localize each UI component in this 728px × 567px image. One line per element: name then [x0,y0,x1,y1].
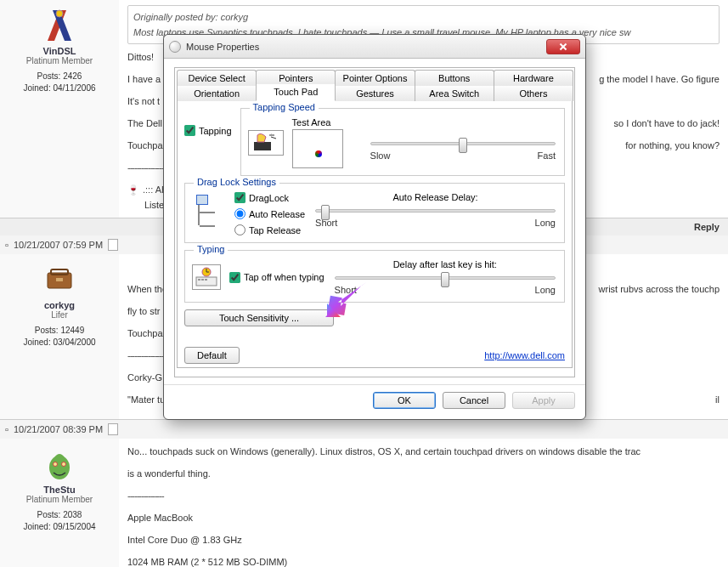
post-text: is a wonderful thing. [127,466,720,481]
slider-label-long: Long [535,285,556,295]
tab-orientation[interactable]: Orientation [177,86,257,101]
tap-off-typing-checkbox-input[interactable] [229,272,240,283]
wine-icon: 🍷 [127,182,139,197]
post-count: Posts: 2038 [4,509,115,521]
svg-rect-9 [198,279,200,281]
slider-label-fast: Fast [538,150,556,161]
group-label: Drag Lock Settings [194,177,279,187]
cancel-button[interactable]: Cancel [443,392,505,409]
typing-delay-label: Delay after last key is hit: [333,259,557,269]
auto-release-delay-slider[interactable] [315,209,556,213]
collapse-icon[interactable]: ▫ [5,424,8,434]
test-area[interactable] [292,129,343,168]
user-title: Lifer [4,310,115,320]
tapping-speed-slider[interactable] [370,142,556,145]
post-text: When the [127,284,167,294]
mouse-properties-dialog: Mouse Properties Device Select Pointers … [163,34,586,420]
default-button[interactable]: Default [184,347,240,364]
reply-link[interactable]: Reply [694,222,720,232]
touch-sensitivity-button[interactable]: Touch Sensitivity ... [184,309,334,326]
auto-release-delay-label: Auto Release Delay: [313,192,557,202]
post-text: wrist rubvs across the touchp [599,281,720,297]
signature-text: "Mater tu [127,394,165,405]
post-text: I have a [127,74,161,84]
join-date: Joined: 03/04/2000 [4,337,115,349]
titlebar[interactable]: Mouse Properties [164,35,585,59]
tab-buttons[interactable]: Buttons [415,70,494,86]
close-button[interactable] [546,39,580,54]
tap-release-radio[interactable]: Tap Release [234,224,305,235]
auto-release-radio[interactable]: Auto Release [234,208,305,219]
group-label: Typing [194,244,228,254]
draglock-checkbox[interactable]: DragLock [234,192,305,203]
username[interactable]: VinDSL [4,46,115,56]
tapping-icon [248,130,284,156]
svg-rect-7 [254,142,271,150]
post-count: Posts: 2426 [4,71,115,82]
draglock-icon [192,192,223,230]
post-timestamp: 10/21/2007 07:59 PM [14,240,103,250]
svg-rect-11 [205,279,207,281]
avatar [42,263,76,297]
tab-hardware[interactable]: Hardware [494,70,573,86]
draglock-checkbox-label: DragLock [249,193,289,203]
tapping-checkbox-label: Tapping [199,126,232,136]
svg-point-0 [56,10,63,17]
tapping-checkbox-input[interactable] [184,125,195,136]
tab-others[interactable]: Others [494,86,573,101]
draglock-checkbox-input[interactable] [234,192,245,203]
radio-label: Auto Release [249,209,305,219]
slider-label-long: Long [535,218,556,228]
typing-icon [192,264,221,290]
quote-attribution: Originally posted by: corkyg [133,9,714,25]
post-text: The Dell [127,118,162,128]
tap-off-typing-checkbox[interactable]: Tap off when typing [229,272,324,283]
tab-touch-pad[interactable]: Touch Pad [256,84,336,101]
post-text: Touchpa [127,140,163,150]
signature-text: Intel Core Duo @ 1.83 GHz [127,532,720,547]
join-date: Joined: 04/11/2006 [4,82,115,94]
svg-rect-3 [56,278,63,281]
typing-delay-slider[interactable] [335,276,556,280]
post-count: Posts: 12449 [4,325,115,337]
collapse-icon[interactable]: ▫ [5,240,8,250]
svg-point-6 [62,462,66,467]
join-date: Joined: 09/15/2004 [4,521,115,533]
dell-link[interactable]: http://www.dell.com [484,350,565,360]
tab-device-select[interactable]: Device Select [177,70,257,86]
window-title: Mouse Properties [186,42,546,52]
tap-release-radio-input[interactable] [234,224,245,235]
signature-text: il [715,392,720,407]
apply-button[interactable]: Apply [512,392,575,409]
post-text: so I don't have to do jack! [614,116,720,131]
ok-button[interactable]: OK [373,392,436,409]
post-timestamp: 10/21/2007 08:39 PM [14,424,103,434]
svg-rect-8 [196,277,217,286]
avatar [42,9,76,43]
post-text: g the model I have. Go figure [599,71,720,87]
svg-rect-2 [51,269,68,275]
test-area-label: Test Area [292,117,343,128]
separator: ---------------- [127,488,720,503]
post-text: for nothing, you know? [625,138,720,153]
tab-area-switch[interactable]: Area Switch [415,86,494,101]
user-title: Platinum Member [4,56,115,65]
svg-point-4 [49,456,70,479]
page-icon[interactable] [108,239,118,251]
signature-text: 1024 MB RAM (2 * 512 MB SO-DIMM) [127,554,720,567]
checkbox-label: Tap off when typing [244,272,324,282]
tab-pointer-options[interactable]: Pointer Options [335,70,415,86]
slider-label-slow: Slow [370,150,391,161]
radio-label: Tap Release [249,225,301,235]
app-icon [169,41,181,53]
svg-rect-10 [201,279,204,281]
tapping-checkbox[interactable]: Tapping [184,125,232,136]
username[interactable]: corkyg [4,300,115,310]
post-text: No... touchpads suck on Windows (general… [127,444,720,459]
tab-gestures[interactable]: Gestures [335,86,415,101]
svg-point-5 [54,462,58,467]
auto-release-radio-input[interactable] [234,208,245,219]
user-title: Platinum Member [4,495,115,504]
username[interactable]: TheStu [4,485,115,495]
page-icon[interactable] [108,423,118,435]
